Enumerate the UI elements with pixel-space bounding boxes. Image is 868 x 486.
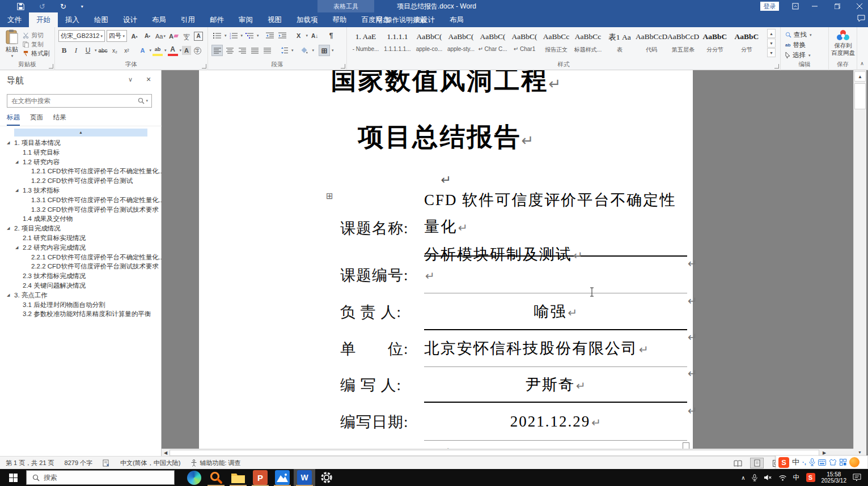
nav-current-position-bar[interactable]: ▲ <box>14 129 147 137</box>
start-button[interactable] <box>0 469 26 486</box>
tray-clock[interactable]: 15:58 2025/3/12 <box>822 471 847 484</box>
taskbar-powerpoint-icon[interactable]: P <box>249 469 271 486</box>
show-marks-button[interactable]: ¶ <box>325 30 337 41</box>
style-1.1.1.1.1...[interactable]: 1.1.1.11.1.1.1.1... <box>382 29 413 61</box>
style-apple-sty...[interactable]: AaBbC(apple-sty... <box>445 29 477 61</box>
cover-field-row[interactable]: 编 写 人:尹斯奇↵ <box>340 367 687 403</box>
grow-font-button[interactable]: A▴ <box>129 31 140 42</box>
print-layout-button[interactable] <box>750 458 764 468</box>
nav-search-box[interactable]: ▾ <box>7 94 152 108</box>
paste-button[interactable]: 粘贴 ▾ <box>3 29 20 62</box>
styles-scroll-down[interactable]: ▼ <box>767 39 776 48</box>
numbering-button[interactable]: 123 <box>228 30 239 41</box>
cover-field-row[interactable]: 课题编号:↵ <box>340 257 687 293</box>
cover-fields-table[interactable]: 课题名称:CFD 软件可信度评价平台不确定性量化↵分析模块研制及测试↵课题编号:… <box>340 200 687 441</box>
font-color-button[interactable]: A <box>167 45 179 56</box>
align-left-button[interactable] <box>211 45 223 56</box>
collapse-triangle-icon[interactable]: ◢ <box>7 138 10 148</box>
taskbar-edge-icon[interactable] <box>183 469 205 486</box>
phonetic-guide-button[interactable]: wén文 <box>181 31 192 42</box>
nav-heading-item[interactable]: ◢2.2 研究内容完成情况 <box>0 243 162 253</box>
nav-heading-item[interactable]: 2.1 研究目标实现情况 <box>0 233 162 243</box>
nav-heading-item[interactable]: 2.2.2 CFD软件可信度评价平台测试技术要求 <box>0 262 162 271</box>
nav-heading-item[interactable]: ◢1. 项目基本情况 <box>0 138 162 148</box>
replace-button[interactable]: ab 替换 <box>785 41 806 49</box>
style-- Numbe...[interactable]: 1. AaE- Numbe... <box>350 29 382 61</box>
style-报告正文[interactable]: AaBbCc报告正文 <box>540 29 572 61</box>
shading-button[interactable] <box>299 45 311 56</box>
taskbar-settings-icon[interactable] <box>316 469 337 486</box>
clear-format-button[interactable]: A <box>168 31 179 42</box>
minimize-button[interactable] <box>806 0 823 12</box>
format-painter-button[interactable]: 格式刷 <box>23 49 50 58</box>
ime-skin-icon[interactable] <box>829 459 837 466</box>
page-indicator[interactable]: 第 1 页，共 21 页 <box>6 459 54 467</box>
nav-pane-options-icon[interactable]: ∨ <box>128 76 133 83</box>
enclose-characters-button[interactable]: 字 <box>192 45 203 56</box>
document-page[interactable]: 国家数值风洞工程↵ 项目总结报告↵ ↵ ⊞ 课题名称:CFD 软件可信度评价平台… <box>199 70 693 453</box>
underline-button[interactable]: U <box>82 45 94 56</box>
select-button[interactable]: 选择▾ <box>785 51 811 59</box>
decrease-indent-button[interactable] <box>264 30 276 41</box>
save-icon[interactable] <box>17 3 24 10</box>
nav-tab-标题[interactable]: 标题 <box>7 113 20 126</box>
tell-me-search[interactable]: 操作说明搜索 <box>376 12 426 27</box>
ime-keyboard-icon[interactable] <box>818 459 826 466</box>
style-↵ Char C...[interactable]: AaBbC(↵ Char C... <box>477 29 509 61</box>
highlight-button[interactable]: ab <box>152 45 163 56</box>
asian-layout-button[interactable]: X <box>293 30 304 41</box>
align-center-button[interactable] <box>224 45 235 56</box>
style-apple-co...[interactable]: AaBbC(apple-co... <box>413 29 445 61</box>
nav-heading-item[interactable]: 1.2.2 CFD软件可信度评价平台测试 <box>0 176 162 186</box>
increase-indent-button[interactable] <box>277 30 288 41</box>
find-button[interactable]: 查找▾ <box>785 31 812 39</box>
field-value[interactable]: ↵ <box>424 257 687 293</box>
style-表[interactable]: 表1 Aa表 <box>604 29 636 61</box>
nav-heading-item[interactable]: 3.1 后处理封闭物面自动分割 <box>0 300 162 310</box>
collapse-triangle-icon[interactable]: ◢ <box>7 224 10 233</box>
tab-布局[interactable]: 布局 <box>145 12 173 27</box>
scroll-left-button[interactable]: ◀ <box>162 450 169 456</box>
word-count[interactable]: 8279 个字 <box>65 459 93 467</box>
nav-heading-item[interactable]: ◢1.2 研究内容 <box>0 157 162 167</box>
bold-button[interactable]: B <box>58 45 70 56</box>
ime-phrase-icon[interactable]: ·, <box>802 459 806 466</box>
vertical-scroll-thumb[interactable] <box>854 83 866 109</box>
tab-插入[interactable]: 插入 <box>58 12 87 27</box>
cover-field-row[interactable]: 课题名称:CFD 软件可信度评价平台不确定性量化↵分析模块研制及测试↵ <box>340 200 687 257</box>
line-spacing-button[interactable] <box>278 45 290 56</box>
cover-field-row[interactable]: 单 位:北京安怀信科技股份有限公司↵ <box>340 330 687 367</box>
text-effects-button[interactable]: A <box>137 45 149 56</box>
tab-帮助[interactable]: 帮助 <box>325 12 354 27</box>
tab-审阅[interactable]: 审阅 <box>231 12 260 27</box>
ribbon-display-options-icon[interactable] <box>787 0 804 12</box>
tab-引用[interactable]: 引用 <box>173 12 202 27</box>
style-分节[interactable]: AaBbC分节 <box>731 29 763 61</box>
taskbar-search-app-icon[interactable] <box>205 469 227 486</box>
read-mode-button[interactable] <box>731 458 744 468</box>
tray-hidden-icons-chevron[interactable]: ∧ <box>741 475 745 481</box>
nav-heading-item[interactable]: 3.2 参数校准功能对结果精度和计算量的平衡 <box>0 309 162 319</box>
styles-more[interactable]: ▼ <box>767 48 776 57</box>
nav-pane-close-icon[interactable]: × <box>146 75 151 84</box>
superscript-button[interactable]: x² <box>121 45 133 56</box>
shrink-font-button[interactable]: A▾ <box>142 31 153 42</box>
style-第五层条[interactable]: AaBbCcD(第五层条 <box>667 29 699 61</box>
collapse-triangle-icon[interactable]: ◢ <box>7 291 10 300</box>
nav-heading-item[interactable]: 1.3.2 CFD软件可信度评价平台测试技术要求 <box>0 205 162 215</box>
ime-toolbox-icon[interactable] <box>840 459 846 466</box>
proofing-icon[interactable] <box>103 459 110 467</box>
nav-heading-item[interactable]: 1.1 研究目标 <box>0 148 162 157</box>
tab-视图[interactable]: 视图 <box>260 12 289 27</box>
customize-qat-icon[interactable]: ▾ <box>81 4 83 9</box>
tray-volume-muted-icon[interactable] <box>764 474 772 481</box>
field-value[interactable]: CFD 软件可信度评价平台不确定性量化↵分析模块研制及测试↵ <box>424 200 687 257</box>
sort-button[interactable]: A↓ <box>309 30 320 41</box>
save-to-baidu-button[interactable]: 保存到 百度网盘 <box>831 29 856 57</box>
comment-icon[interactable] <box>857 15 865 22</box>
justify-button[interactable] <box>249 45 260 56</box>
collapse-triangle-icon[interactable]: ◢ <box>15 157 18 167</box>
strikethrough-button[interactable]: abc <box>98 45 109 56</box>
style-标题样式...[interactable]: AaBbCc标题样式... <box>572 29 604 61</box>
tray-mic-icon[interactable] <box>752 474 757 481</box>
